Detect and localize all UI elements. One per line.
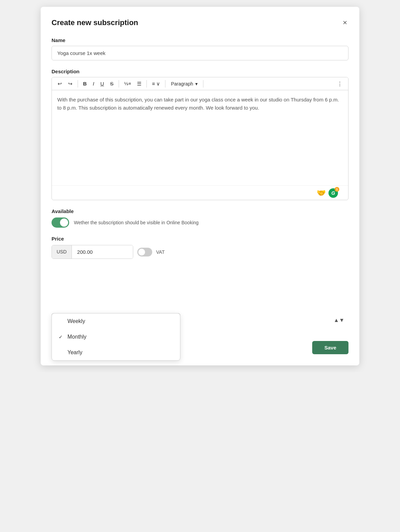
name-input[interactable] — [52, 46, 348, 60]
name-label: Name — [52, 37, 348, 43]
save-button[interactable]: Save — [312, 341, 348, 354]
vat-label: VAT — [156, 249, 165, 255]
editor-toolbar: ↩ ↪ B I U S ⅓≡ ☰ ≡ ∨ Paragraph ▾ ⋮ — [52, 77, 348, 90]
weekly-label: Weekly — [67, 318, 85, 324]
description-label: Description — [52, 69, 348, 74]
toggle-slider — [52, 217, 69, 228]
available-toggle[interactable] — [52, 217, 69, 228]
editor-content-area[interactable]: With the purchase of this subscription, … — [52, 90, 348, 185]
resize-handle-icon[interactable] — [341, 191, 345, 195]
undo-button[interactable]: ↩ — [55, 79, 64, 88]
name-field-group: Name — [52, 37, 348, 60]
strikethrough-button[interactable]: S — [108, 79, 116, 88]
more-options-button[interactable]: ⋮ — [335, 79, 345, 88]
paragraph-select-button[interactable]: Paragraph ▾ — [168, 80, 200, 88]
underline-button[interactable]: U — [98, 79, 106, 88]
modal-title: Create new subscription — [52, 18, 138, 27]
billing-period-dropdown-menu: Weekly ✓ Monthly Yearly — [52, 313, 180, 361]
billing-period-section: Weekly ✓ Monthly Yearly Weekly Monthly Y… — [52, 313, 348, 327]
available-section: Available Wether the subscription should… — [52, 208, 348, 228]
grammarly-g-letter: G — [332, 190, 335, 196]
monthly-label: Monthly — [67, 334, 86, 340]
price-row: USD VAT — [52, 245, 348, 259]
close-button[interactable]: × — [341, 18, 348, 28]
toolbar-divider-3 — [146, 80, 147, 88]
option-weekly[interactable]: Weekly — [52, 314, 180, 329]
redo-button[interactable]: ↪ — [66, 79, 75, 88]
paragraph-label: Paragraph — [171, 81, 193, 87]
price-label: Price — [52, 236, 348, 242]
available-row: Wether the subscription should be visibl… — [52, 217, 348, 228]
available-description: Wether the subscription should be visibl… — [74, 220, 199, 225]
grammarly-icon[interactable]: G 1 — [328, 188, 338, 198]
price-amount-input[interactable] — [72, 245, 133, 259]
ordered-list-button[interactable]: ⅓≡ — [122, 80, 134, 88]
vat-slider — [137, 248, 152, 256]
monthly-checkmark: ✓ — [59, 334, 64, 340]
price-section: Price USD VAT — [52, 236, 348, 259]
modal-header: Create new subscription × — [52, 18, 348, 28]
editor-footer: 🤝 G 1 — [52, 185, 348, 200]
toolbar-divider-4 — [165, 80, 165, 88]
rich-text-editor: ↩ ↪ B I U S ⅓≡ ☰ ≡ ∨ Paragraph ▾ ⋮ — [52, 77, 348, 200]
toolbar-divider-5 — [203, 80, 203, 88]
option-monthly[interactable]: ✓ Monthly — [52, 329, 180, 345]
paragraph-chevron-icon: ▾ — [195, 81, 198, 87]
currency-label: USD — [52, 245, 72, 259]
yearly-label: Yearly — [67, 349, 82, 356]
bold-button[interactable]: B — [81, 79, 89, 88]
italic-button[interactable]: I — [91, 79, 97, 88]
bullet-list-button[interactable]: ☰ — [135, 79, 144, 88]
vat-toggle[interactable] — [137, 248, 152, 256]
price-input-wrapper: USD — [52, 245, 133, 259]
option-yearly[interactable]: Yearly — [52, 345, 180, 360]
available-label: Available — [52, 208, 348, 214]
description-field-group: Description ↩ ↪ B I U S ⅓≡ ☰ ≡ ∨ Paragra… — [52, 69, 348, 200]
grammarly-badge: 1 — [335, 187, 339, 192]
toolbar-divider-1 — [78, 80, 78, 88]
create-subscription-modal: Create new subscription × Name Descripti… — [41, 7, 359, 365]
handshake-icon: 🤝 — [317, 189, 326, 197]
editor-text: With the purchase of this subscription, … — [57, 96, 343, 112]
dropdown-arrow-icon: ▲▼ — [334, 317, 344, 323]
toolbar-divider-2 — [119, 80, 119, 88]
align-button[interactable]: ≡ ∨ — [149, 79, 162, 88]
